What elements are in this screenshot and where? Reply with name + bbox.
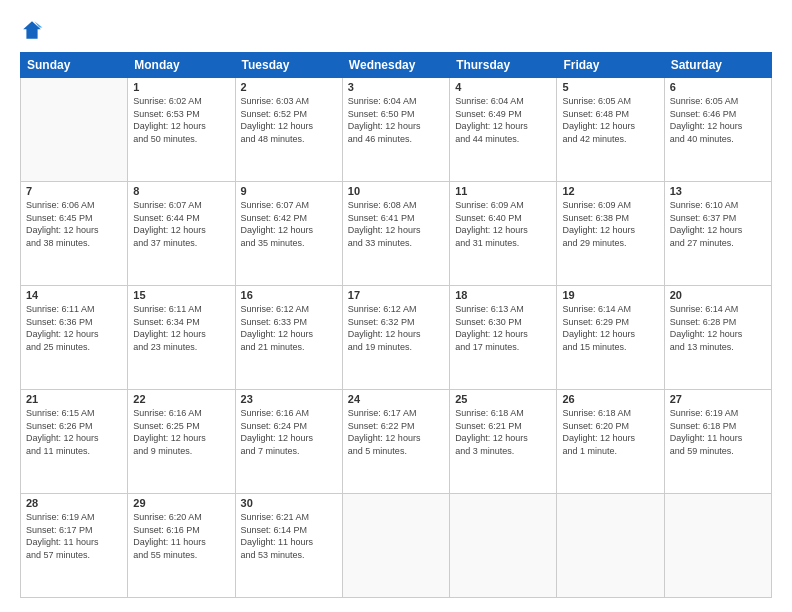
day-number: 18 — [455, 289, 551, 301]
day-number: 24 — [348, 393, 444, 405]
day-number: 11 — [455, 185, 551, 197]
day-number: 26 — [562, 393, 658, 405]
day-number: 4 — [455, 81, 551, 93]
day-info: Sunrise: 6:14 AM Sunset: 6:28 PM Dayligh… — [670, 303, 766, 353]
calendar-cell: 18Sunrise: 6:13 AM Sunset: 6:30 PM Dayli… — [450, 286, 557, 390]
day-header-friday: Friday — [557, 53, 664, 78]
calendar-cell: 6Sunrise: 6:05 AM Sunset: 6:46 PM Daylig… — [664, 78, 771, 182]
calendar-cell: 4Sunrise: 6:04 AM Sunset: 6:49 PM Daylig… — [450, 78, 557, 182]
day-number: 7 — [26, 185, 122, 197]
day-number: 17 — [348, 289, 444, 301]
calendar-cell: 11Sunrise: 6:09 AM Sunset: 6:40 PM Dayli… — [450, 182, 557, 286]
calendar-cell: 23Sunrise: 6:16 AM Sunset: 6:24 PM Dayli… — [235, 390, 342, 494]
day-number: 20 — [670, 289, 766, 301]
day-info: Sunrise: 6:11 AM Sunset: 6:36 PM Dayligh… — [26, 303, 122, 353]
day-number: 27 — [670, 393, 766, 405]
day-number: 23 — [241, 393, 337, 405]
day-info: Sunrise: 6:05 AM Sunset: 6:48 PM Dayligh… — [562, 95, 658, 145]
logo-icon — [20, 18, 44, 42]
day-number: 21 — [26, 393, 122, 405]
day-number: 29 — [133, 497, 229, 509]
day-info: Sunrise: 6:15 AM Sunset: 6:26 PM Dayligh… — [26, 407, 122, 457]
day-header-monday: Monday — [128, 53, 235, 78]
day-number: 1 — [133, 81, 229, 93]
day-info: Sunrise: 6:07 AM Sunset: 6:42 PM Dayligh… — [241, 199, 337, 249]
calendar-cell: 29Sunrise: 6:20 AM Sunset: 6:16 PM Dayli… — [128, 494, 235, 598]
calendar-cell: 19Sunrise: 6:14 AM Sunset: 6:29 PM Dayli… — [557, 286, 664, 390]
day-header-thursday: Thursday — [450, 53, 557, 78]
calendar-cell: 24Sunrise: 6:17 AM Sunset: 6:22 PM Dayli… — [342, 390, 449, 494]
day-info: Sunrise: 6:11 AM Sunset: 6:34 PM Dayligh… — [133, 303, 229, 353]
day-number: 25 — [455, 393, 551, 405]
day-number: 5 — [562, 81, 658, 93]
day-info: Sunrise: 6:02 AM Sunset: 6:53 PM Dayligh… — [133, 95, 229, 145]
calendar-cell — [21, 78, 128, 182]
day-number: 3 — [348, 81, 444, 93]
day-number: 30 — [241, 497, 337, 509]
calendar-cell: 3Sunrise: 6:04 AM Sunset: 6:50 PM Daylig… — [342, 78, 449, 182]
day-info: Sunrise: 6:09 AM Sunset: 6:40 PM Dayligh… — [455, 199, 551, 249]
svg-marker-0 — [23, 21, 41, 39]
day-info: Sunrise: 6:14 AM Sunset: 6:29 PM Dayligh… — [562, 303, 658, 353]
day-info: Sunrise: 6:21 AM Sunset: 6:14 PM Dayligh… — [241, 511, 337, 561]
calendar-cell: 28Sunrise: 6:19 AM Sunset: 6:17 PM Dayli… — [21, 494, 128, 598]
day-info: Sunrise: 6:13 AM Sunset: 6:30 PM Dayligh… — [455, 303, 551, 353]
calendar-cell: 10Sunrise: 6:08 AM Sunset: 6:41 PM Dayli… — [342, 182, 449, 286]
day-info: Sunrise: 6:04 AM Sunset: 6:49 PM Dayligh… — [455, 95, 551, 145]
calendar-body: 1Sunrise: 6:02 AM Sunset: 6:53 PM Daylig… — [21, 78, 772, 598]
day-info: Sunrise: 6:16 AM Sunset: 6:25 PM Dayligh… — [133, 407, 229, 457]
day-info: Sunrise: 6:18 AM Sunset: 6:20 PM Dayligh… — [562, 407, 658, 457]
day-info: Sunrise: 6:19 AM Sunset: 6:18 PM Dayligh… — [670, 407, 766, 457]
calendar-cell: 21Sunrise: 6:15 AM Sunset: 6:26 PM Dayli… — [21, 390, 128, 494]
page-header — [20, 18, 772, 42]
day-info: Sunrise: 6:04 AM Sunset: 6:50 PM Dayligh… — [348, 95, 444, 145]
logo — [20, 18, 48, 42]
day-info: Sunrise: 6:09 AM Sunset: 6:38 PM Dayligh… — [562, 199, 658, 249]
calendar-cell — [450, 494, 557, 598]
day-info: Sunrise: 6:12 AM Sunset: 6:32 PM Dayligh… — [348, 303, 444, 353]
calendar-cell: 17Sunrise: 6:12 AM Sunset: 6:32 PM Dayli… — [342, 286, 449, 390]
day-number: 2 — [241, 81, 337, 93]
calendar-cell: 22Sunrise: 6:16 AM Sunset: 6:25 PM Dayli… — [128, 390, 235, 494]
day-header-tuesday: Tuesday — [235, 53, 342, 78]
day-number: 28 — [26, 497, 122, 509]
day-number: 10 — [348, 185, 444, 197]
day-info: Sunrise: 6:06 AM Sunset: 6:45 PM Dayligh… — [26, 199, 122, 249]
day-number: 12 — [562, 185, 658, 197]
day-info: Sunrise: 6:05 AM Sunset: 6:46 PM Dayligh… — [670, 95, 766, 145]
calendar-cell: 1Sunrise: 6:02 AM Sunset: 6:53 PM Daylig… — [128, 78, 235, 182]
day-header-sunday: Sunday — [21, 53, 128, 78]
calendar-week-2: 7Sunrise: 6:06 AM Sunset: 6:45 PM Daylig… — [21, 182, 772, 286]
day-number: 16 — [241, 289, 337, 301]
calendar-cell: 26Sunrise: 6:18 AM Sunset: 6:20 PM Dayli… — [557, 390, 664, 494]
calendar-table: SundayMondayTuesdayWednesdayThursdayFrid… — [20, 52, 772, 598]
calendar-cell: 20Sunrise: 6:14 AM Sunset: 6:28 PM Dayli… — [664, 286, 771, 390]
day-number: 15 — [133, 289, 229, 301]
day-info: Sunrise: 6:18 AM Sunset: 6:21 PM Dayligh… — [455, 407, 551, 457]
day-number: 19 — [562, 289, 658, 301]
day-info: Sunrise: 6:10 AM Sunset: 6:37 PM Dayligh… — [670, 199, 766, 249]
day-number: 14 — [26, 289, 122, 301]
calendar-cell: 14Sunrise: 6:11 AM Sunset: 6:36 PM Dayli… — [21, 286, 128, 390]
day-info: Sunrise: 6:17 AM Sunset: 6:22 PM Dayligh… — [348, 407, 444, 457]
calendar-cell: 7Sunrise: 6:06 AM Sunset: 6:45 PM Daylig… — [21, 182, 128, 286]
calendar-cell: 5Sunrise: 6:05 AM Sunset: 6:48 PM Daylig… — [557, 78, 664, 182]
calendar-cell: 2Sunrise: 6:03 AM Sunset: 6:52 PM Daylig… — [235, 78, 342, 182]
day-number: 8 — [133, 185, 229, 197]
day-header-saturday: Saturday — [664, 53, 771, 78]
day-info: Sunrise: 6:08 AM Sunset: 6:41 PM Dayligh… — [348, 199, 444, 249]
calendar-week-5: 28Sunrise: 6:19 AM Sunset: 6:17 PM Dayli… — [21, 494, 772, 598]
day-info: Sunrise: 6:03 AM Sunset: 6:52 PM Dayligh… — [241, 95, 337, 145]
day-number: 6 — [670, 81, 766, 93]
calendar-cell: 8Sunrise: 6:07 AM Sunset: 6:44 PM Daylig… — [128, 182, 235, 286]
day-number: 13 — [670, 185, 766, 197]
calendar-cell: 27Sunrise: 6:19 AM Sunset: 6:18 PM Dayli… — [664, 390, 771, 494]
calendar-week-4: 21Sunrise: 6:15 AM Sunset: 6:26 PM Dayli… — [21, 390, 772, 494]
calendar-cell: 16Sunrise: 6:12 AM Sunset: 6:33 PM Dayli… — [235, 286, 342, 390]
calendar-week-1: 1Sunrise: 6:02 AM Sunset: 6:53 PM Daylig… — [21, 78, 772, 182]
calendar-cell: 9Sunrise: 6:07 AM Sunset: 6:42 PM Daylig… — [235, 182, 342, 286]
day-info: Sunrise: 6:20 AM Sunset: 6:16 PM Dayligh… — [133, 511, 229, 561]
day-number: 9 — [241, 185, 337, 197]
day-info: Sunrise: 6:07 AM Sunset: 6:44 PM Dayligh… — [133, 199, 229, 249]
calendar-cell: 12Sunrise: 6:09 AM Sunset: 6:38 PM Dayli… — [557, 182, 664, 286]
